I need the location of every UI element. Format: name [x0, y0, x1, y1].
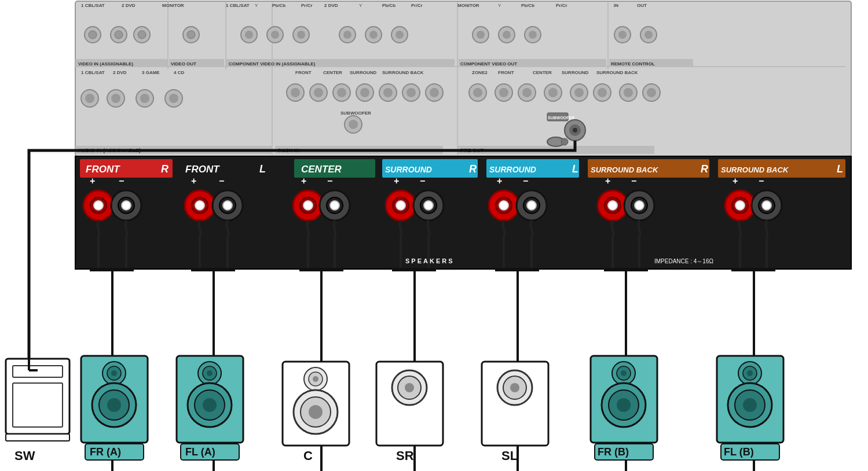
svg-point-262 — [510, 383, 519, 392]
svg-text:REMOTE CONTROL: REMOTE CONTROL — [611, 61, 655, 67]
svg-text:SUBWOOFER: SUBWOOFER — [548, 116, 574, 120]
svg-text:Y: Y — [359, 3, 362, 8]
svg-text:Y: Y — [498, 3, 501, 8]
svg-text:2 DVD: 2 DVD — [324, 3, 338, 8]
svg-text:SURROUND: SURROUND — [350, 70, 376, 75]
svg-point-234 — [107, 398, 121, 412]
svg-rect-210 — [604, 268, 648, 271]
svg-text:SPEAKERS: SPEAKERS — [405, 257, 455, 264]
svg-point-172 — [330, 201, 339, 210]
svg-text:Pr/Cr: Pr/Cr — [301, 3, 313, 8]
svg-text:L: L — [572, 163, 578, 175]
svg-point-164 — [223, 201, 232, 210]
svg-point-276 — [747, 370, 753, 376]
svg-point-87 — [291, 88, 300, 97]
svg-text:SURROUND: SURROUND — [489, 165, 536, 174]
svg-point-215 — [561, 138, 568, 145]
svg-rect-207 — [299, 268, 343, 271]
svg-text:SURROUND BACK: SURROUND BACK — [596, 70, 638, 75]
svg-rect-225 — [13, 383, 63, 427]
svg-text:2 DVD: 2 DVD — [122, 3, 135, 8]
svg-text:SL: SL — [501, 448, 518, 463]
svg-rect-205 — [90, 268, 134, 271]
svg-point-204 — [762, 201, 771, 210]
svg-point-196 — [635, 201, 644, 210]
main-svg: 1 CBL/SAT 2 DVD MONITOR 1 CBL/SAT Pb/Cb … — [0, 0, 868, 471]
svg-text:+: + — [497, 176, 502, 186]
svg-point-63 — [644, 31, 653, 39]
svg-point-99 — [430, 88, 439, 97]
svg-point-103 — [473, 88, 482, 97]
svg-point-101 — [349, 120, 358, 129]
svg-text:R: R — [161, 163, 169, 175]
svg-point-53 — [395, 31, 404, 39]
svg-text:COMPONENT VIDEO OUT: COMPONENT VIDEO OUT — [460, 61, 517, 67]
svg-point-47 — [297, 31, 305, 39]
svg-point-252 — [309, 405, 323, 419]
svg-text:SURROUND: SURROUND — [562, 70, 588, 75]
svg-text:ZONE2: ZONE2 — [472, 70, 488, 75]
svg-point-85 — [169, 94, 178, 103]
svg-point-109 — [548, 88, 558, 97]
svg-text:+: + — [191, 176, 196, 186]
svg-text:Pb/Cb: Pb/Cb — [272, 3, 285, 8]
svg-point-115 — [624, 88, 633, 97]
svg-point-113 — [598, 88, 607, 97]
svg-point-169 — [303, 201, 313, 210]
svg-point-153 — [94, 201, 103, 210]
svg-point-267 — [621, 370, 627, 376]
svg-point-161 — [195, 201, 204, 210]
svg-text:+: + — [301, 176, 306, 186]
svg-point-105 — [499, 88, 508, 97]
svg-text:1 CBL/SAT: 1 CBL/SAT — [81, 70, 105, 75]
svg-text:SURROUND BACK: SURROUND BACK — [721, 165, 789, 174]
svg-point-91 — [337, 88, 346, 97]
svg-point-117 — [647, 88, 656, 97]
svg-text:Y: Y — [255, 3, 258, 8]
svg-point-81 — [111, 94, 120, 103]
svg-rect-208 — [392, 268, 436, 271]
svg-point-201 — [735, 201, 745, 210]
svg-text:CENTER: CENTER — [323, 70, 342, 75]
svg-text:3 GAME: 3 GAME — [142, 70, 160, 75]
diagram-container: 1 CBL/SAT 2 DVD MONITOR 1 CBL/SAT Pb/Cb … — [0, 0, 868, 471]
svg-point-279 — [743, 398, 757, 412]
svg-rect-226 — [6, 434, 69, 441]
svg-text:FRONT: FRONT — [185, 164, 220, 175]
svg-point-57 — [503, 31, 511, 39]
svg-rect-206 — [191, 268, 235, 271]
svg-text:Pb/Cb: Pb/Cb — [382, 3, 395, 8]
svg-text:L: L — [837, 163, 843, 175]
svg-point-107 — [522, 88, 532, 97]
svg-text:FRONT: FRONT — [295, 70, 312, 75]
svg-point-37 — [115, 31, 123, 39]
svg-text:R: R — [701, 163, 708, 175]
svg-point-111 — [574, 88, 584, 97]
svg-text:FL (B): FL (B) — [724, 446, 754, 458]
svg-text:−: − — [523, 176, 528, 186]
svg-point-59 — [529, 31, 537, 39]
svg-text:CENTER: CENTER — [301, 164, 342, 175]
svg-point-93 — [360, 88, 369, 97]
svg-point-43 — [245, 31, 253, 39]
svg-point-55 — [477, 31, 485, 39]
svg-rect-0 — [75, 1, 851, 156]
svg-point-240 — [207, 370, 213, 376]
svg-point-156 — [122, 201, 131, 210]
svg-text:OUT: OUT — [637, 3, 647, 8]
svg-text:+: + — [605, 176, 610, 186]
svg-point-83 — [140, 94, 149, 103]
svg-text:+: + — [733, 176, 738, 186]
svg-text:+: + — [394, 176, 399, 186]
svg-text:R: R — [469, 163, 477, 175]
svg-point-45 — [271, 31, 279, 39]
svg-point-188 — [527, 201, 536, 210]
svg-text:IMPEDANCE : 4～16Ω: IMPEDANCE : 4～16Ω — [654, 258, 713, 264]
svg-point-249 — [313, 376, 318, 382]
svg-text:−: − — [759, 176, 764, 186]
svg-rect-209 — [495, 268, 539, 271]
svg-text:IN: IN — [614, 3, 618, 8]
svg-text:COMPONENT VIDEO IN (ASSIGNABLE: COMPONENT VIDEO IN (ASSIGNABLE) — [229, 61, 316, 67]
svg-text:MONITOR: MONITOR — [457, 3, 479, 8]
svg-text:SURROUND: SURROUND — [385, 165, 432, 174]
